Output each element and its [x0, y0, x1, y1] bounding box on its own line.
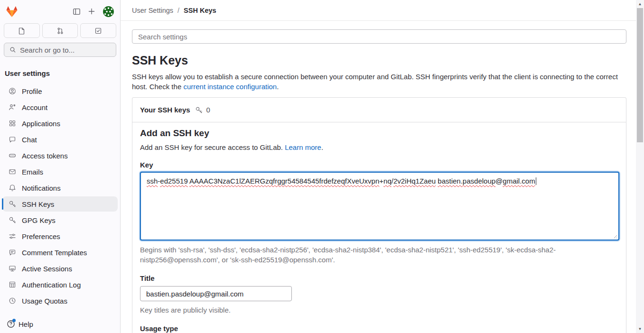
sidebar-item-active-sessions[interactable]: Active Sessions: [2, 261, 118, 276]
token-icon: [9, 152, 16, 159]
add-ssh-key-description: Add an SSH key for secure access to GitL…: [140, 143, 618, 151]
profile-icon: [9, 87, 16, 95]
applications-icon: [9, 120, 16, 127]
search-icon: [9, 46, 16, 53]
breadcrumb-user-settings[interactable]: User Settings: [132, 7, 173, 14]
merge-request-icon: [56, 27, 64, 35]
scroll-up-icon[interactable]: ▲: [636, 2, 644, 6]
sidebar-item-notifications[interactable]: Notifications: [2, 180, 118, 195]
log-table-icon: [9, 281, 16, 288]
sidebar-item-comment-templates[interactable]: Comment Templates: [2, 245, 118, 260]
title-field-label: Title: [140, 274, 618, 282]
settings-page: SSH Keys SSH keys allow you to establish…: [121, 21, 636, 333]
todo-check-icon: [94, 27, 102, 35]
sidebar-item-profile[interactable]: Profile: [2, 83, 118, 99]
account-icon: [9, 103, 16, 111]
card-header: Your SSH keys 0: [132, 98, 626, 122]
sidebar-item-account[interactable]: Account: [2, 100, 118, 115]
app: Search or go to... User settings Profile…: [0, 0, 644, 333]
title-input[interactable]: [140, 286, 292, 301]
textarea-resize-handle[interactable]: [612, 233, 617, 238]
sidebar-topbar: [0, 0, 120, 18]
sliders-icon: [9, 232, 16, 240]
sidebar-item-ssh-keys[interactable]: SSH Keys: [2, 196, 118, 212]
sidebar-item-chat[interactable]: Chat: [2, 132, 118, 147]
sidebar-section-title: User settings: [5, 69, 120, 77]
breadcrumb-separator: /: [177, 7, 179, 14]
card-title: Your SSH keys: [140, 106, 190, 114]
todo-shortcut-button[interactable]: [80, 23, 116, 38]
issues-icon: [18, 27, 26, 35]
help-label: Help: [19, 320, 33, 328]
create-new-icon[interactable]: [88, 8, 95, 15]
ssh-keys-card: Your SSH keys 0 Add an SSH key Add an SS…: [132, 97, 626, 333]
key-icon: [9, 200, 16, 208]
search-or-goto-label: Search or go to...: [20, 46, 75, 54]
key-icon: [195, 106, 203, 114]
page-scrollbar[interactable]: ▲ ▼: [636, 0, 644, 333]
scroll-down-icon[interactable]: ▼: [636, 327, 644, 331]
sidebar-item-access-tokens[interactable]: Access tokens: [2, 148, 118, 163]
issues-shortcut-button[interactable]: [4, 23, 40, 38]
gitlab-tanuki-icon: [6, 6, 18, 18]
current-instance-configuration-link[interactable]: current instance configuration: [183, 83, 277, 91]
comment-lines-icon: [9, 249, 16, 256]
bell-icon: [9, 184, 16, 192]
page-title: SSH Keys: [132, 54, 626, 67]
sidebar-menu: Profile Account Applications: [2, 83, 118, 308]
chat-icon: [9, 136, 16, 143]
learn-more-link[interactable]: Learn more: [285, 143, 321, 151]
scrollbar-thumb[interactable]: [637, 8, 643, 142]
breadcrumb-ssh-keys: SSH Keys: [184, 7, 216, 14]
help-icon: [7, 320, 15, 328]
title-help-text: Key titles are publicly visible.: [140, 305, 586, 315]
key-count-badge: 0: [206, 106, 210, 114]
help-button[interactable]: Help: [0, 315, 120, 333]
usage-type-label: Usage type: [140, 324, 618, 333]
search-or-goto[interactable]: Search or go to...: [4, 43, 116, 57]
gitlab-logo[interactable]: [6, 6, 18, 18]
toggle-sidebar-icon[interactable]: [73, 8, 81, 16]
sidebar-item-preferences[interactable]: Preferences: [2, 229, 118, 244]
merge-requests-shortcut-button[interactable]: [42, 23, 78, 38]
quota-icon: [9, 297, 16, 305]
main-content: User Settings / SSH Keys SSH Keys SSH ke…: [121, 0, 636, 333]
sidebar-item-authentication-log[interactable]: Authentication Log: [2, 277, 118, 292]
sidebar-item-emails[interactable]: Emails: [2, 164, 118, 179]
page-description: SSH keys allow you to establish a secure…: [132, 72, 623, 92]
ssh-key-textarea[interactable]: ssh-ed25519 AAAAC3NzaC1lZAERGzqfrggr5458…: [140, 172, 619, 240]
add-ssh-key-title: Add an SSH key: [140, 128, 618, 139]
sidebar-item-applications[interactable]: Applications: [2, 116, 118, 131]
text-caret: [536, 177, 536, 185]
key-icon: [9, 216, 16, 224]
search-settings-input[interactable]: [132, 29, 626, 44]
avatar[interactable]: [103, 6, 114, 18]
sidebar-shortcuts: [4, 23, 116, 38]
help-notification-dot: [12, 319, 16, 322]
card-body: Add an SSH key Add an SSH key for secure…: [132, 122, 626, 333]
monitor-icon: [9, 265, 16, 272]
sidebar-item-usage-quotas[interactable]: Usage Quotas: [2, 293, 118, 308]
key-field-label: Key: [140, 161, 618, 169]
breadcrumb: User Settings / SSH Keys: [121, 0, 636, 21]
sidebar: Search or go to... User settings Profile…: [0, 0, 121, 333]
email-icon: [9, 168, 16, 176]
sidebar-item-gpg-keys[interactable]: GPG Keys: [2, 213, 118, 228]
key-help-text: Begins with 'ssh-rsa', 'ssh-dss', 'ecdsa…: [140, 245, 586, 265]
